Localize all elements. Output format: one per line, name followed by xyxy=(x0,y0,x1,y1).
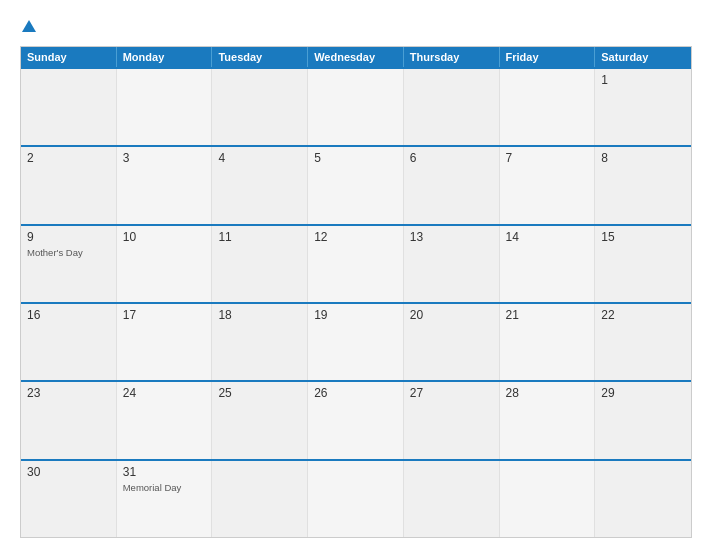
logo-triangle-icon xyxy=(22,20,36,32)
calendar-cell: 8 xyxy=(595,147,691,223)
day-number: 6 xyxy=(410,151,493,165)
calendar-cell: 5 xyxy=(308,147,404,223)
day-number: 26 xyxy=(314,386,397,400)
calendar-cell xyxy=(212,461,308,537)
calendar-cell: 18 xyxy=(212,304,308,380)
calendar-week-5: 23242526272829 xyxy=(21,380,691,458)
day-header-wednesday: Wednesday xyxy=(308,47,404,67)
day-number: 3 xyxy=(123,151,206,165)
calendar-cell: 21 xyxy=(500,304,596,380)
day-number: 2 xyxy=(27,151,110,165)
day-number: 16 xyxy=(27,308,110,322)
calendar-cell: 7 xyxy=(500,147,596,223)
day-number: 7 xyxy=(506,151,589,165)
day-header-tuesday: Tuesday xyxy=(212,47,308,67)
calendar-cell: 22 xyxy=(595,304,691,380)
event-label: Memorial Day xyxy=(123,482,206,493)
calendar-cell: 11 xyxy=(212,226,308,302)
calendar-cell: 31Memorial Day xyxy=(117,461,213,537)
day-number: 5 xyxy=(314,151,397,165)
calendar-cell xyxy=(308,461,404,537)
calendar-cell: 27 xyxy=(404,382,500,458)
day-number: 25 xyxy=(218,386,301,400)
calendar-cell: 26 xyxy=(308,382,404,458)
day-number: 18 xyxy=(218,308,301,322)
calendar-cell: 13 xyxy=(404,226,500,302)
day-number: 14 xyxy=(506,230,589,244)
calendar-body: 123456789Mother's Day1011121314151617181… xyxy=(21,67,691,537)
day-number: 9 xyxy=(27,230,110,244)
calendar-cell: 24 xyxy=(117,382,213,458)
calendar-cell: 25 xyxy=(212,382,308,458)
calendar-header-row: SundayMondayTuesdayWednesdayThursdayFrid… xyxy=(21,47,691,67)
day-number: 31 xyxy=(123,465,206,479)
calendar-cell xyxy=(595,461,691,537)
calendar-cell: 19 xyxy=(308,304,404,380)
calendar-cell: 2 xyxy=(21,147,117,223)
day-number: 23 xyxy=(27,386,110,400)
calendar-cell xyxy=(117,69,213,145)
calendar-cell xyxy=(500,461,596,537)
calendar-cell: 14 xyxy=(500,226,596,302)
day-number: 8 xyxy=(601,151,685,165)
day-header-friday: Friday xyxy=(500,47,596,67)
calendar-cell xyxy=(21,69,117,145)
calendar-cell: 6 xyxy=(404,147,500,223)
calendar-cell: 17 xyxy=(117,304,213,380)
day-number: 4 xyxy=(218,151,301,165)
calendar-cell xyxy=(500,69,596,145)
day-number: 21 xyxy=(506,308,589,322)
calendar-cell: 9Mother's Day xyxy=(21,226,117,302)
calendar-grid: SundayMondayTuesdayWednesdayThursdayFrid… xyxy=(20,46,692,538)
calendar-cell: 20 xyxy=(404,304,500,380)
logo xyxy=(20,18,38,36)
calendar-cell: 23 xyxy=(21,382,117,458)
day-header-sunday: Sunday xyxy=(21,47,117,67)
calendar-cell: 12 xyxy=(308,226,404,302)
day-number: 30 xyxy=(27,465,110,479)
calendar-cell: 29 xyxy=(595,382,691,458)
calendar-header xyxy=(20,18,692,36)
day-number: 28 xyxy=(506,386,589,400)
calendar-week-4: 16171819202122 xyxy=(21,302,691,380)
calendar-cell xyxy=(212,69,308,145)
day-number: 15 xyxy=(601,230,685,244)
day-number: 12 xyxy=(314,230,397,244)
calendar-cell: 10 xyxy=(117,226,213,302)
calendar-week-1: 1 xyxy=(21,67,691,145)
calendar-week-3: 9Mother's Day101112131415 xyxy=(21,224,691,302)
day-number: 29 xyxy=(601,386,685,400)
day-number: 17 xyxy=(123,308,206,322)
calendar-cell: 4 xyxy=(212,147,308,223)
calendar-cell xyxy=(308,69,404,145)
day-number: 10 xyxy=(123,230,206,244)
calendar-page: SundayMondayTuesdayWednesdayThursdayFrid… xyxy=(0,0,712,550)
calendar-cell: 1 xyxy=(595,69,691,145)
calendar-week-6: 3031Memorial Day xyxy=(21,459,691,537)
day-header-monday: Monday xyxy=(117,47,213,67)
event-label: Mother's Day xyxy=(27,247,110,258)
day-number: 27 xyxy=(410,386,493,400)
day-number: 19 xyxy=(314,308,397,322)
calendar-cell xyxy=(404,69,500,145)
day-number: 11 xyxy=(218,230,301,244)
day-header-saturday: Saturday xyxy=(595,47,691,67)
calendar-week-2: 2345678 xyxy=(21,145,691,223)
calendar-cell: 15 xyxy=(595,226,691,302)
day-number: 13 xyxy=(410,230,493,244)
day-number: 24 xyxy=(123,386,206,400)
day-header-thursday: Thursday xyxy=(404,47,500,67)
calendar-cell: 28 xyxy=(500,382,596,458)
day-number: 1 xyxy=(601,73,685,87)
calendar-cell: 30 xyxy=(21,461,117,537)
calendar-cell xyxy=(404,461,500,537)
calendar-cell: 16 xyxy=(21,304,117,380)
day-number: 22 xyxy=(601,308,685,322)
day-number: 20 xyxy=(410,308,493,322)
calendar-cell: 3 xyxy=(117,147,213,223)
